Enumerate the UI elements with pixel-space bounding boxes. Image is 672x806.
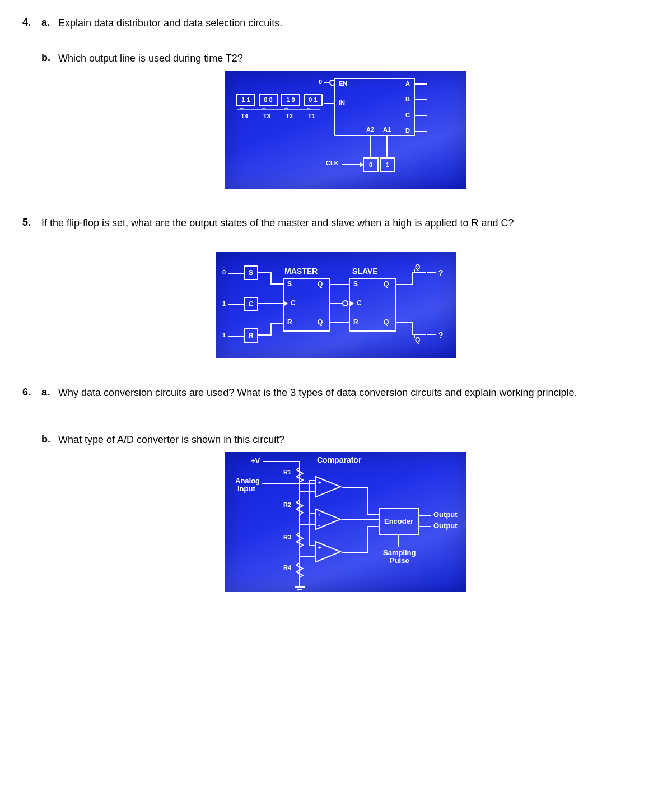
slave-c: C <box>357 299 362 307</box>
resistor-icon <box>296 561 304 581</box>
clock-triangle-icon <box>283 300 288 307</box>
resistor-icon <box>296 498 304 518</box>
clk-label: CLK <box>326 160 339 166</box>
slave-s: S <box>353 280 358 288</box>
input-label: Input <box>237 484 255 493</box>
inverter-bubble-icon <box>342 300 348 306</box>
r1-label: R1 <box>283 469 291 476</box>
in-r-val: 1 <box>222 332 226 338</box>
q6b-block: b. What type of A/D converter is shown i… <box>41 434 650 592</box>
slave-qbar: Q <box>384 318 389 326</box>
t1-val: 0 1 <box>309 96 317 103</box>
slave-r: R <box>353 318 358 326</box>
comparator-icon: +- <box>315 476 343 501</box>
q6-number: 6. <box>22 386 35 399</box>
en-bubble <box>329 80 335 86</box>
svg-text:-: - <box>318 522 320 528</box>
q4a-row: 4. a. Explain data distributor and data … <box>22 17 650 30</box>
plus-v-label: +V <box>251 456 260 465</box>
in-r-lbl: R <box>249 332 254 339</box>
resistor-icon <box>296 530 304 551</box>
pulse-label: Pulse <box>390 556 409 565</box>
q5-number: 5. <box>22 217 35 230</box>
t3-val: 0 0 <box>264 96 272 103</box>
ctr-0: 0 <box>369 161 372 168</box>
r2-label: R2 <box>283 501 291 508</box>
out-c: C <box>405 111 410 118</box>
slave-label: SLAVE <box>352 267 378 276</box>
comparator-icon: +- <box>315 541 343 566</box>
out-q-label: Q <box>415 263 420 271</box>
svg-text:-: - <box>318 555 320 561</box>
q6a-label: a. <box>41 386 52 399</box>
question-6: 6. a. Why data conversion circuits are u… <box>22 386 650 592</box>
question-5: 5. If the flip-flop is set, what are the… <box>22 217 650 358</box>
in-c-val: 1 <box>222 300 226 307</box>
svg-text:+: + <box>318 479 321 486</box>
r4-label: R4 <box>283 564 291 571</box>
q6a-text: Why data conversion circuits are used? W… <box>58 386 650 399</box>
demux-diagram: EN 0 IN 1 1 0 0 1 0 0 1 ↔ ↔ ↔ ↔ T4 T3 <box>225 71 466 189</box>
master-s: S <box>287 280 292 288</box>
t1-label: T1 <box>308 113 315 119</box>
q4b-label: b. <box>41 52 52 65</box>
q5-row: 5. If the flip-flop is set, what are the… <box>22 217 650 230</box>
t2-label: T2 <box>286 113 293 119</box>
q4a-text: Explain data distributor and data select… <box>58 17 650 30</box>
in-s-val: 0 <box>222 269 226 276</box>
r3-label: R3 <box>283 534 291 541</box>
encoder-label: Encoder <box>384 517 413 525</box>
output-label-2: Output <box>433 521 458 530</box>
in-c-lbl: C <box>249 300 254 308</box>
comparator-label: Comparator <box>317 455 361 464</box>
q6b-label: b. <box>41 434 52 446</box>
clock-triangle-icon <box>349 300 354 307</box>
q4b-text: Which output line is used during time T2… <box>58 52 650 65</box>
out-b: B <box>405 96 410 103</box>
out-a: A <box>405 80 410 87</box>
out-qbar-question: ? <box>438 330 444 339</box>
q6b-text: What type of A/D converter is shown in t… <box>58 434 650 446</box>
adc-diagram: +V Analog Input Comparator R1 R2 <box>225 452 466 592</box>
q6a-row: 6. a. Why data conversion circuits are u… <box>22 386 650 399</box>
q4a-label: a. <box>41 17 52 30</box>
master-r: R <box>287 318 292 326</box>
t3-label: T3 <box>263 113 270 119</box>
q4-number: 4. <box>22 17 35 30</box>
a2-label: A2 <box>366 126 374 133</box>
a1-label: A1 <box>383 126 391 133</box>
master-q: Q <box>318 280 323 288</box>
svg-text:+: + <box>318 512 321 518</box>
q4b-block: b. Which output line is used during time… <box>41 52 650 188</box>
svg-text:-: - <box>318 490 320 496</box>
t4-val: 1 1 <box>241 96 250 103</box>
output-label-1: Output <box>433 510 458 519</box>
ctr-1: 1 <box>386 161 389 168</box>
svg-text:+: + <box>318 544 321 551</box>
question-4: 4. a. Explain data distributor and data … <box>22 17 650 189</box>
zero-label: 0 <box>319 78 322 85</box>
analog-label: Analog <box>235 477 260 485</box>
t2-val: 1 0 <box>286 96 295 103</box>
master-c: C <box>291 299 296 307</box>
out-q-question: ? <box>438 268 444 277</box>
resistor-icon <box>296 465 304 486</box>
flipflop-diagram: 0 1 1 S C R MASTER S Q C R Q <box>216 252 456 358</box>
t4-label: T4 <box>241 113 248 119</box>
out-d: D <box>405 127 410 134</box>
master-qbar: Q <box>318 318 323 326</box>
comparator-icon: +- <box>315 508 343 533</box>
in-label: IN <box>339 99 345 106</box>
in-s-lbl: S <box>249 269 253 277</box>
master-label: MASTER <box>284 267 318 276</box>
en-label: EN <box>339 80 347 87</box>
q5-text: If the flip-flop is set, what are the ou… <box>41 217 650 230</box>
sampling-label: Sampling <box>383 548 416 557</box>
out-qbar-label: Q <box>415 336 420 344</box>
encoder-box: Encoder <box>379 508 419 535</box>
slave-q: Q <box>384 280 389 288</box>
